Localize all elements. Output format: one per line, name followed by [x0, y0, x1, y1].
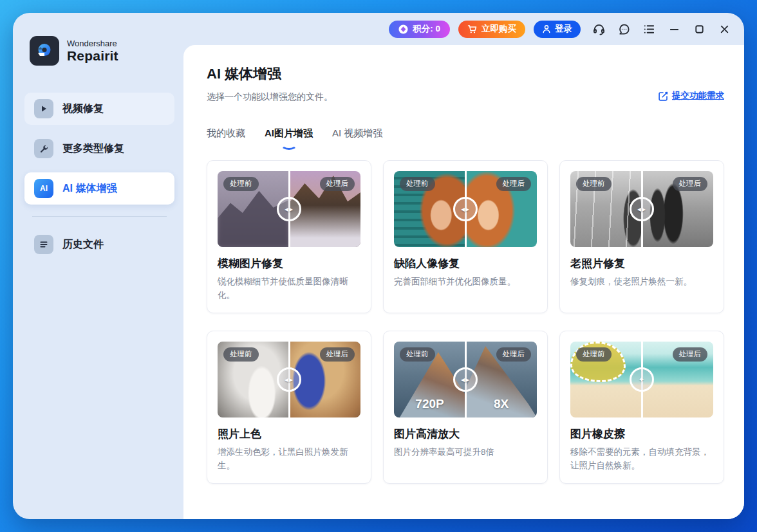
card-old-photo-repair[interactable]: 处理前 处理后 ◂▸ 老照片修复 修复划痕，使老照片焕然一新。: [559, 160, 724, 313]
card-title: 老照片修复: [570, 256, 713, 271]
tab-my-favorites[interactable]: 我的收藏: [207, 127, 245, 145]
history-list-icon: [34, 235, 53, 254]
ai-badge-icon: AI: [34, 179, 53, 198]
tab-ai-video-enhance[interactable]: AI 视频增强: [332, 127, 382, 145]
card-title: 图片橡皮擦: [570, 427, 713, 441]
card-description: 增添生动色彩，让黑白照片焕发新生。: [218, 446, 360, 473]
before-after-preview: 处理前 处理后 ✦: [570, 342, 713, 417]
before-after-preview: 720P 8X 处理前 处理后 ◂▸: [394, 342, 537, 417]
after-badge: 处理后: [673, 347, 708, 362]
sidebar-item-ai-media-enhance[interactable]: AI AI 媒体增强: [24, 172, 174, 205]
sidebar-item-more-repair[interactable]: 更多类型修复: [24, 133, 174, 165]
points-badge[interactable]: 积分: 0: [389, 21, 450, 38]
before-after-preview: 处理前 处理后 ◂▸: [394, 171, 537, 247]
feature-card-grid: 处理前 处理后 ◂▸ 模糊图片修复 锐化模糊细节并使低质量图像清晰化。: [207, 160, 724, 484]
buy-now-button[interactable]: 立即购买: [458, 21, 525, 38]
user-icon: [542, 24, 551, 33]
play-icon: [34, 99, 53, 118]
page-title: AI 媒体增强: [207, 64, 333, 84]
after-badge: 处理后: [320, 347, 355, 362]
support-headset-icon[interactable]: [592, 22, 606, 36]
buy-now-label: 立即购买: [481, 23, 516, 35]
before-after-preview: 处理前 处理后 ◂▸: [218, 171, 360, 247]
before-badge: 处理前: [576, 177, 612, 191]
login-button[interactable]: 登录: [534, 21, 581, 38]
points-label: 积分: 0: [413, 23, 440, 35]
before-after-preview: 处理前 处理后 ◂▸: [218, 342, 360, 417]
main-panel: AI 媒体增强 选择一个功能以增强您的文件。 提交功能需求 我的收藏 AI图片增…: [183, 45, 744, 519]
cart-icon: [467, 24, 477, 34]
feature-request-label: 提交功能需求: [672, 90, 724, 102]
brand-repairit: Repairit: [67, 48, 118, 64]
before-badge: 处理前: [223, 347, 259, 362]
before-badge: 处理前: [223, 177, 259, 191]
brand-wondershare: Wondershare: [67, 39, 118, 48]
after-badge: 处理后: [320, 177, 355, 191]
right-column: 积分: 0 立即购买 登录: [183, 13, 744, 519]
card-portrait-repair[interactable]: 处理前 处理后 ◂▸ 缺陷人像修复 完善面部细节并优化图像质量。: [383, 160, 548, 313]
sidebar-nav: 视频修复 更多类型修复 AI AI 媒体增强: [24, 93, 174, 261]
maximize-button[interactable]: [692, 22, 706, 36]
compare-slider-handle[interactable]: ◂▸: [453, 197, 478, 221]
page-header-text: AI 媒体增强 选择一个功能以增强您的文件。: [207, 64, 333, 103]
page-header: AI 媒体增强 选择一个功能以增强您的文件。 提交功能需求: [207, 64, 724, 103]
before-after-preview: 处理前 处理后 ◂▸: [570, 171, 713, 247]
app-window: Wondershare Repairit 视频修复: [13, 13, 744, 519]
card-image-eraser[interactable]: 处理前 处理后 ✦ 图片橡皮擦 移除不需要的元素，自动填充背景，让照片自然焕新。: [559, 331, 724, 484]
wrench-icon: [34, 139, 53, 158]
card-blur-image-repair[interactable]: 处理前 处理后 ◂▸ 模糊图片修复 锐化模糊细节并使低质量图像清晰化。: [207, 160, 371, 313]
card-title: 图片高清放大: [394, 427, 537, 441]
after-badge: 处理后: [673, 177, 708, 191]
feature-request-link[interactable]: 提交功能需求: [659, 90, 724, 102]
close-button[interactable]: [717, 22, 731, 36]
card-title: 模糊图片修复: [218, 256, 360, 271]
resolution-label-after: 8X: [465, 397, 537, 411]
card-title: 照片上色: [218, 427, 360, 441]
sidebar-item-history[interactable]: 历史文件: [24, 228, 174, 261]
before-badge: 处理前: [400, 347, 435, 362]
after-badge: 处理后: [496, 177, 532, 191]
tab-bar: 我的收藏 AI图片增强 AI 视频增强: [207, 127, 724, 145]
tab-ai-image-enhance[interactable]: AI图片增强: [265, 127, 313, 145]
card-description: 锐化模糊细节并使低质量图像清晰化。: [218, 275, 360, 302]
login-label: 登录: [555, 23, 572, 35]
compare-sparkle-handle[interactable]: ✦: [630, 367, 654, 392]
compare-slider-handle[interactable]: ◂▸: [630, 197, 654, 221]
resolution-label-before: 720P: [394, 397, 465, 411]
before-badge: 处理前: [400, 177, 435, 191]
sidebar-item-label: 历史文件: [62, 238, 104, 252]
feedback-chat-icon[interactable]: [617, 22, 631, 36]
compare-slider-handle[interactable]: ◂▸: [277, 197, 301, 221]
brand: Wondershare Repairit: [30, 36, 183, 66]
sidebar-item-label: 更多类型修复: [62, 142, 124, 156]
card-description: 移除不需要的元素，自动填充背景，让照片自然焕新。: [570, 446, 713, 473]
card-photo-colorize[interactable]: 处理前 处理后 ◂▸ 照片上色 增添生动色彩，让黑白照片焕发新生。: [207, 331, 371, 484]
titlebar: 积分: 0 立即购买 登录: [183, 13, 744, 45]
sidebar-item-label: AI 媒体增强: [62, 182, 117, 196]
compare-slider-handle[interactable]: ◂▸: [453, 367, 478, 392]
card-description: 修复划痕，使老照片焕然一新。: [570, 275, 713, 289]
sidebar-divider: [32, 216, 167, 217]
sidebar-item-video-repair[interactable]: 视频修复: [24, 93, 174, 125]
repairit-logo-icon: [30, 36, 59, 66]
minimize-button[interactable]: [667, 22, 681, 36]
coin-icon: [398, 24, 408, 34]
edit-icon: [659, 91, 668, 101]
card-image-upscale[interactable]: 720P 8X 处理前 处理后 ◂▸ 图片高清放大 图片分辨率最高可提升8倍: [383, 331, 548, 484]
card-description: 图片分辨率最高可提升8倍: [394, 446, 537, 459]
brand-text: Wondershare Repairit: [67, 39, 118, 64]
after-badge: 处理后: [496, 347, 532, 362]
sidebar: Wondershare Repairit 视频修复: [13, 13, 183, 519]
sidebar-item-label: 视频修复: [62, 102, 104, 116]
card-title: 缺陷人像修复: [394, 256, 537, 271]
menu-list-icon[interactable]: [642, 22, 656, 36]
compare-slider-handle[interactable]: ◂▸: [277, 367, 301, 392]
before-badge: 处理前: [576, 347, 612, 362]
page-subtitle: 选择一个功能以增强您的文件。: [207, 91, 333, 103]
desktop-background: Wondershare Repairit 视频修复: [0, 0, 757, 532]
card-description: 完善面部细节并优化图像质量。: [394, 275, 537, 289]
